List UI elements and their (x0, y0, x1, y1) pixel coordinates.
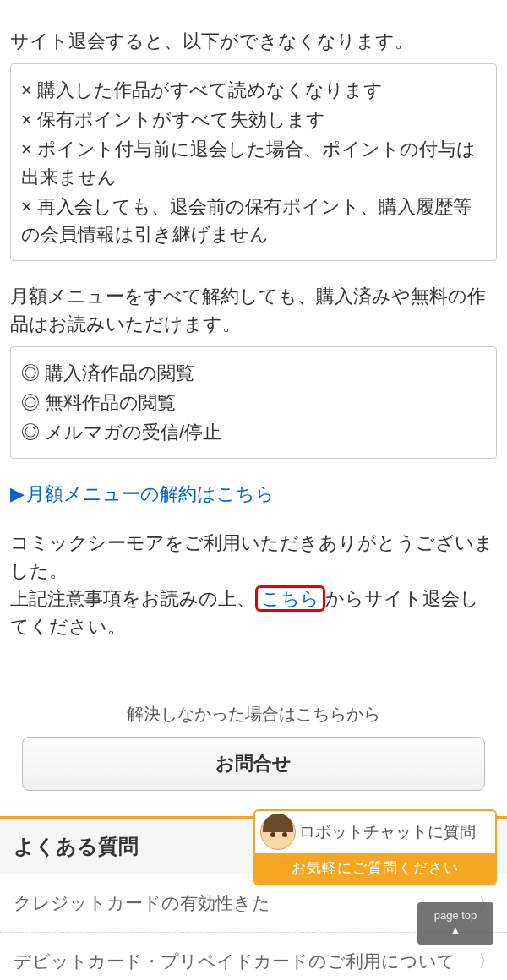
cancel-monthly-link[interactable]: 月額メニューの解約はこちら (26, 483, 275, 504)
cancel-monthly-link-row: ▶月額メニューの解約はこちら (10, 480, 497, 508)
inquiry-label: 解決しなかった場合はこちらから (10, 701, 497, 727)
monthly-intro: 月額メニューをすべて解約しても、購入済みや無料の作品はお読みいただけます。 (10, 282, 497, 338)
withdraw-here-link[interactable]: こちら (255, 585, 325, 612)
monthly-item: ◎ 無料作品の閲覧 (21, 389, 486, 416)
chat-title: ロボットチャットに質問 (299, 820, 476, 845)
monthly-box: ◎ 購入済作品の閲覧 ◎ 無料作品の閲覧 ◎ メルマガの受信/停止 (10, 346, 497, 459)
withdrawal-box: × 購入した作品がすべて読めなくなります × 保有ポイントがすべて失効します ×… (10, 63, 497, 261)
monthly-item: ◎ 購入済作品の閲覧 (21, 359, 486, 387)
thanks-line1: コミックシーモアをご利用いただきありがとうございました。 (10, 532, 493, 581)
chat-subtitle: お気軽にご質問ください (255, 853, 495, 884)
withdrawal-intro: サイト退会すると、以下ができなくなります。 (10, 27, 497, 55)
triangle-up-icon: ▲ (417, 924, 493, 936)
thanks-line2-pre: 上記注意事項をお読みの上、 (10, 588, 255, 609)
faq-item-label: クレジットカードの有効性きた (14, 893, 270, 912)
chevron-right-icon: 〉 (478, 948, 495, 973)
withdrawal-item: × 保有ポイントがすべて失効します (21, 106, 486, 133)
chat-widget[interactable]: ロボットチャットに質問 お気軽にご質問ください (254, 809, 497, 885)
monthly-item: ◎ メルマガの受信/停止 (21, 418, 486, 446)
inquiry-button[interactable]: お問合せ (22, 737, 484, 791)
avatar-icon (260, 814, 296, 850)
page-top-button[interactable]: page top ▲ (417, 902, 493, 945)
thanks-block: コミックシーモアをご利用いただきありがとうございました。 上記注意事項をお読みの… (10, 529, 497, 640)
faq-item-label: デビットカード・プリペイドカードのご利用について (14, 951, 455, 971)
withdrawal-item: × 再入会しても、退会前の保有ポイント、購入履歴等の会員情報は引き継げません (21, 193, 486, 248)
withdrawal-item: × ポイント付与前に退会した場合、ポイントの付与は出来ません (21, 135, 486, 191)
withdrawal-item: × 購入した作品がすべて読めなくなります (21, 76, 486, 104)
triangle-right-icon: ▶ (10, 483, 25, 504)
page-top-label: page top (417, 907, 493, 924)
